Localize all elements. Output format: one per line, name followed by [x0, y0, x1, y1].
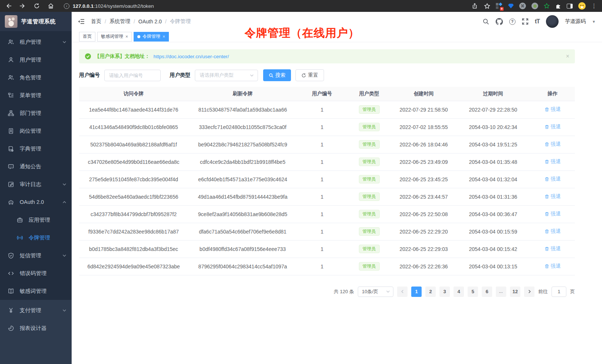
browser-profile-avatar[interactable]	[578, 2, 586, 10]
page-number-button[interactable]: 5	[468, 287, 478, 297]
sidebar-item-errcode[interactable]: 错误码管理	[0, 264, 72, 282]
sidebar-item-menu[interactable]: 菜单管理	[0, 86, 72, 104]
force-logout-button[interactable]: 强退	[544, 176, 561, 182]
breadcrumb-item[interactable]: 首页	[91, 18, 101, 25]
help-icon[interactable]: ?	[509, 19, 516, 25]
extension-command-icon[interactable]: ⌘	[519, 3, 526, 9]
force-logout-label: 强退	[551, 158, 561, 165]
trash-icon	[544, 107, 549, 112]
sidebar-item-post[interactable]: 岗位管理	[0, 122, 72, 140]
sidebar-item-role[interactable]: 角色管理	[0, 69, 72, 86]
tag-close-icon[interactable]: ×	[163, 34, 165, 39]
sidebar-item-user[interactable]: 用户管理	[0, 51, 72, 69]
page-number-button[interactable]: 1	[411, 287, 422, 297]
force-logout-button[interactable]: 强退	[544, 141, 561, 148]
extension-star-icon[interactable]	[544, 3, 550, 9]
force-logout-button[interactable]: 强退	[544, 211, 561, 217]
page-size-select[interactable]: 10条/页	[358, 287, 393, 297]
force-logout-button[interactable]: 强退	[544, 245, 561, 252]
sidebar-item-report[interactable]: 报表设计器	[0, 319, 72, 337]
reset-button[interactable]: 重置	[295, 69, 324, 81]
tag-close-icon[interactable]: ×	[125, 34, 128, 39]
goto-page-input[interactable]	[552, 287, 566, 297]
sidebar-item-oauth2-app[interactable]: 应用管理	[0, 211, 72, 229]
tag-tab[interactable]: 敏感词管理×	[97, 32, 132, 42]
sidebar-item-label: 菜单管理	[20, 92, 41, 99]
extension-grid-icon[interactable]: 9	[496, 3, 503, 9]
table-header-row: 访问令牌刷新令牌用户编号用户类型创建时间过期时间操作	[79, 87, 575, 101]
sidebar-item-oauth2[interactable]: OAuth 2.0	[0, 193, 72, 211]
page-number-button[interactable]: 3	[439, 287, 450, 297]
comment-icon	[8, 163, 14, 170]
site-info-icon[interactable]: i	[64, 3, 69, 9]
prev-page-button[interactable]	[397, 287, 408, 297]
create-time-cell: 2022-06-25 22:29:20	[392, 223, 456, 240]
force-logout-button[interactable]: 强退	[544, 228, 561, 235]
force-logout-button[interactable]: 强退	[544, 193, 561, 200]
sidebar-item-dept[interactable]: 部门管理	[0, 104, 72, 122]
app-logo[interactable]: 芋道管理系统	[0, 12, 72, 31]
sidebar-item-notice[interactable]: 通知公告	[0, 158, 72, 175]
force-logout-label: 强退	[551, 193, 561, 200]
browser-back-icon[interactable]	[5, 3, 12, 9]
font-size-icon[interactable]: tT	[535, 18, 540, 25]
force-logout-button[interactable]: 强退	[544, 158, 561, 165]
browser-menu-icon[interactable]: ⋮	[591, 3, 597, 9]
fullscreen-icon[interactable]	[522, 18, 529, 25]
tag-tab[interactable]: 首页	[79, 32, 95, 42]
page-unit-label: 页	[570, 288, 575, 295]
sidebar-item-sms[interactable]: 短信管理	[0, 246, 72, 264]
search-icon[interactable]	[482, 18, 489, 25]
sidebar-collapse-icon[interactable]	[78, 19, 85, 24]
page-number-button[interactable]: 12	[510, 287, 520, 297]
table-header-cell: 刷新令牌	[188, 87, 297, 101]
user-id-input[interactable]	[104, 70, 161, 81]
page-number-button[interactable]: 4	[454, 287, 464, 297]
table-row: f9336e7c7dd242a283ee98dc86b17a87dfa6c71a…	[79, 223, 575, 240]
page-number-button[interactable]: 2	[425, 287, 436, 297]
page-number-button[interactable]: 6	[482, 287, 492, 297]
browser-home-icon[interactable]	[48, 3, 54, 9]
trash-icon	[544, 229, 549, 234]
browser-reload-icon[interactable]	[33, 3, 40, 9]
force-logout-label: 强退	[551, 211, 561, 217]
breadcrumb-item: 令牌管理	[170, 18, 191, 25]
side-panel-icon[interactable]	[567, 4, 573, 9]
breadcrumb-item[interactable]: 系统管理	[109, 18, 130, 25]
table-row: c342377bf8b344799dcbf7bf095287f29ce8ef2a…	[79, 205, 575, 223]
github-icon[interactable]	[495, 18, 503, 25]
alert-doc-link[interactable]: https://doc.iocoder.cn/user-center/	[154, 54, 229, 59]
browser-forward-icon[interactable]	[19, 3, 26, 9]
next-page-button[interactable]	[524, 287, 534, 297]
breadcrumb-item[interactable]: OAuth 2.0	[138, 19, 162, 24]
sidebar-item-tenant[interactable]: 租户管理	[0, 33, 72, 51]
force-logout-label: 强退	[551, 245, 561, 252]
extension-recorder-icon[interactable]	[531, 3, 538, 9]
extensions-puzzle-icon[interactable]	[555, 3, 561, 9]
sidebar-item-sensitive[interactable]: 敏感词管理	[0, 282, 72, 300]
sidebar-item-audit-log[interactable]: 审计日志	[0, 175, 72, 193]
user-type-select[interactable]: 请选择用户类型	[195, 70, 258, 81]
search-button[interactable]: 搜索	[263, 69, 291, 81]
address-bar[interactable]: i 127.0.0.1:1024/system/oauth2/token	[64, 3, 471, 9]
sidebar-item-oauth2-token[interactable]: 令牌管理	[0, 229, 72, 246]
table-row: 41c41346a548490f9dc8b01c6bfe0865333ecfc7…	[79, 118, 575, 136]
trash-icon	[544, 264, 549, 269]
force-logout-button[interactable]: 强退	[544, 106, 561, 113]
extension-gem-icon[interactable]	[508, 4, 514, 9]
user-id-cell: 1	[297, 188, 347, 205]
bookmark-star-icon[interactable]	[484, 3, 490, 9]
chevron-up-icon	[62, 200, 66, 204]
force-logout-button[interactable]: 强退	[544, 263, 561, 269]
username[interactable]: 芋道源码	[565, 18, 586, 25]
table-row: 54d6be82ee5a460a9aedc1f9bf22365649d1aa46…	[79, 188, 575, 205]
force-logout-button[interactable]: 强退	[544, 123, 561, 130]
tag-tab[interactable]: 令牌管理×	[134, 32, 169, 42]
sidebar-item-pay[interactable]: 支付管理	[0, 301, 72, 319]
share-icon[interactable]	[471, 3, 478, 9]
sidebar-item-label: 字典管理	[20, 145, 41, 152]
sidebar-item-dict[interactable]: 字典管理	[0, 140, 72, 158]
alert-close-icon[interactable]: ×	[566, 53, 569, 60]
user-avatar[interactable]	[546, 15, 559, 28]
user-caret-icon[interactable]: ▼	[592, 20, 596, 24]
